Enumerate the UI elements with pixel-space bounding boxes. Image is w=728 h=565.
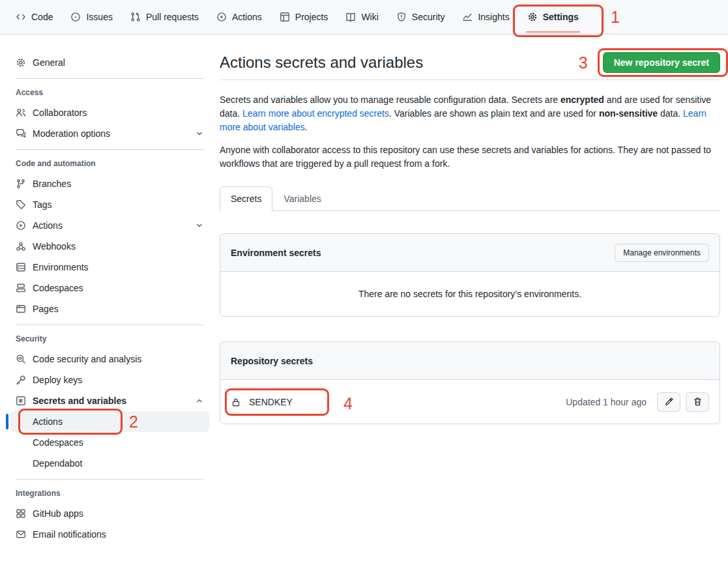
git-pull-request-icon xyxy=(130,12,141,22)
environment-secrets-empty-text: There are no secrets for this repository… xyxy=(220,272,720,316)
sidebar-divider xyxy=(16,78,204,79)
link-encrypted-secrets[interactable]: Learn more about encrypted secrets xyxy=(242,108,389,119)
sidebar-item-label: Email notifications xyxy=(33,529,106,540)
nav-tab-settings[interactable]: Settings 1 xyxy=(520,0,586,34)
description-text: . Variables are shown as plain text and … xyxy=(389,108,599,119)
sidebar-item-label: Code security and analysis xyxy=(33,354,141,364)
nav-tab-code[interactable]: Code xyxy=(8,0,60,34)
tab-secrets[interactable]: Secrets xyxy=(220,186,272,211)
book-icon xyxy=(345,12,356,22)
play-icon xyxy=(216,12,227,22)
secret-name: SENDKEY xyxy=(249,397,293,407)
sidebar-item-webhooks[interactable]: Webhooks xyxy=(10,236,209,257)
title-divider xyxy=(220,80,720,80)
repository-secrets-header: Repository secrets xyxy=(220,342,720,380)
nav-tab-label: Actions xyxy=(232,12,262,22)
sidebar-item-label: Deploy keys xyxy=(33,375,82,385)
play-icon xyxy=(16,220,26,231)
description-paragraph-2: Anyone with collaborator access to this … xyxy=(220,143,720,171)
lock-icon xyxy=(231,397,241,407)
sidebar-section-title-security: Security xyxy=(16,334,204,343)
codespaces-icon xyxy=(16,283,26,293)
nav-tab-security[interactable]: Security xyxy=(389,0,452,34)
sidebar-item-general[interactable]: General xyxy=(10,52,209,73)
edit-secret-button[interactable] xyxy=(657,392,680,412)
git-branch-icon xyxy=(16,179,26,189)
sidebar-item-email-notifications[interactable]: Email notifications xyxy=(10,524,209,545)
nav-tab-wiki[interactable]: Wiki xyxy=(338,0,385,34)
title-row: Actions secrets and variables New reposi… xyxy=(220,52,720,73)
chevron-down-icon xyxy=(195,221,204,230)
sidebar-subitem-actions[interactable]: Actions 2 xyxy=(10,411,209,432)
apps-icon xyxy=(16,508,26,519)
sidebar-item-label: Secrets and variables xyxy=(33,396,126,406)
key-icon xyxy=(16,375,26,385)
table-icon xyxy=(280,12,290,22)
gear-icon xyxy=(527,12,538,22)
nav-tab-actions[interactable]: Actions xyxy=(209,0,269,34)
repository-secrets-box: Repository secrets SENDKEY 4 Updated 1 h… xyxy=(220,341,720,424)
sidebar-section-title-access: Access xyxy=(16,88,204,97)
code-scan-icon xyxy=(16,354,26,364)
sidebar-item-pages[interactable]: Pages xyxy=(10,298,209,319)
description-text: Secrets and variables allow you to manag… xyxy=(220,94,561,105)
browser-icon xyxy=(16,304,26,314)
sidebar-item-codespaces[interactable]: Codespaces xyxy=(10,278,209,298)
sidebar-item-label: Moderation options xyxy=(33,128,110,139)
annotation-number-1: 1 xyxy=(611,9,620,25)
sidebar-subitem-codespaces[interactable]: Codespaces xyxy=(10,432,209,453)
nav-tab-label: Wiki xyxy=(361,12,378,22)
nav-tab-label: Code xyxy=(31,12,53,22)
secrets-variables-tabnav: Secrets Variables xyxy=(220,186,720,211)
sidebar-item-label: GitHub apps xyxy=(33,508,83,519)
people-icon xyxy=(16,108,26,118)
annotation-number-4: 4 xyxy=(343,396,353,412)
sidebar-item-moderation-options[interactable]: Moderation options xyxy=(10,123,209,144)
sidebar-item-label: Dependabot xyxy=(33,458,82,469)
comment-discussion-icon xyxy=(16,128,26,139)
chevron-up-icon xyxy=(195,396,204,405)
sidebar-item-label: Environments xyxy=(33,262,89,272)
graph-icon xyxy=(462,12,473,22)
sidebar-item-tags[interactable]: Tags xyxy=(10,194,209,215)
sidebar-item-label: Webhooks xyxy=(33,241,76,252)
sidebar-item-label: Codespaces xyxy=(33,283,83,293)
sidebar-divider xyxy=(16,325,204,325)
sidebar-item-deploy-keys[interactable]: Deploy keys xyxy=(10,369,209,390)
description-bold: non-sensitive xyxy=(599,108,658,119)
nav-tab-projects[interactable]: Projects xyxy=(272,0,336,34)
page-title: Actions secrets and variables xyxy=(220,52,423,73)
tab-variables[interactable]: Variables xyxy=(272,186,332,211)
new-repository-secret-button[interactable]: New repository secret 3 xyxy=(603,52,720,73)
sidebar-item-github-apps[interactable]: GitHub apps xyxy=(10,503,209,524)
repo-header: Code Issues Pull requests Actions Projec… xyxy=(0,0,728,35)
nav-tab-issues[interactable]: Issues xyxy=(63,0,119,34)
sidebar-item-environments[interactable]: Environments xyxy=(10,257,209,278)
nav-tab-label: Insights xyxy=(478,12,509,22)
sidebar-item-collaborators[interactable]: Collaborators xyxy=(10,102,209,123)
sidebar-item-label: Collaborators xyxy=(33,108,87,118)
delete-secret-button[interactable] xyxy=(686,392,709,412)
sidebar-item-label: Actions xyxy=(33,220,63,231)
sidebar-section-title-code-automation: Code and automation xyxy=(16,159,204,168)
sidebar-item-branches[interactable]: Branches xyxy=(10,173,209,194)
nav-tab-pull-requests[interactable]: Pull requests xyxy=(123,0,206,34)
tag-icon xyxy=(16,199,26,210)
pencil-icon xyxy=(664,397,674,407)
main-content: Actions secrets and variables New reposi… xyxy=(220,35,720,424)
manage-environments-button[interactable]: Manage environments xyxy=(615,244,709,262)
nav-tab-label: Settings xyxy=(543,12,579,22)
sidebar-item-code-security[interactable]: Code security and analysis xyxy=(10,349,209,369)
sidebar-item-secrets-and-variables[interactable]: Secrets and variables xyxy=(10,390,209,411)
sidebar-item-label: Codespaces xyxy=(33,437,83,448)
sidebar-item-actions[interactable]: Actions xyxy=(10,215,209,236)
nav-tab-insights[interactable]: Insights xyxy=(455,0,516,34)
mail-icon xyxy=(16,529,26,540)
active-tab-underline xyxy=(526,31,580,33)
environment-secrets-header: Environment secrets Manage environments xyxy=(220,234,720,272)
sidebar-divider xyxy=(16,149,204,150)
sidebar-item-label: Pages xyxy=(33,304,59,314)
sidebar-subitem-dependabot[interactable]: Dependabot xyxy=(10,453,209,474)
description-paragraph-1: Secrets and variables allow you to manag… xyxy=(220,93,720,134)
key-asterisk-icon xyxy=(16,396,26,406)
